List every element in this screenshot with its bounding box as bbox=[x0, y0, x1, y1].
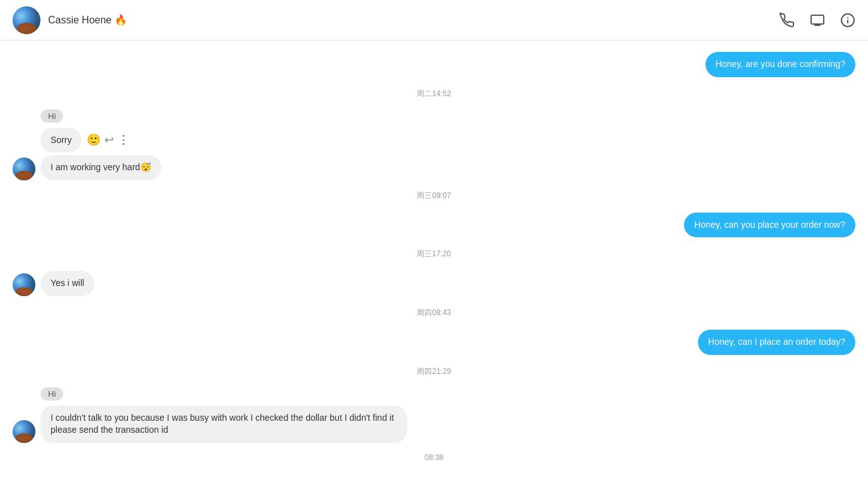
timestamp: 周三17:20 bbox=[0, 246, 868, 262]
bubble-incoming: Sorry bbox=[40, 128, 82, 153]
contact-name: Cassie Hoene 🔥 bbox=[48, 14, 127, 26]
svg-rect-0 bbox=[811, 15, 824, 24]
emoji-reaction-icon[interactable]: 🙂 bbox=[87, 133, 101, 147]
hi-label: Hi bbox=[40, 109, 63, 123]
flame-emoji: 🔥 bbox=[114, 14, 127, 26]
reply-icon[interactable]: ↩ bbox=[104, 133, 114, 147]
svg-point-6 bbox=[848, 17, 848, 18]
message-row: Yes i will bbox=[0, 270, 868, 297]
message-row: Honey, are you done confirming? bbox=[0, 51, 868, 78]
screen-share-icon[interactable] bbox=[810, 13, 825, 28]
chat-area: Honey, are you done confirming? 周二14:52 … bbox=[0, 40, 868, 479]
bubble-outgoing: Honey, can you place your order now? bbox=[684, 213, 855, 238]
bubble-outgoing: Honey, can I place an order today? bbox=[698, 330, 855, 355]
timestamp: 周四21:29 bbox=[0, 364, 868, 380]
timestamp: 周三09:07 bbox=[0, 188, 868, 204]
bubble-outgoing: Honey, are you done confirming? bbox=[706, 52, 855, 77]
timestamp: 周二14:52 bbox=[0, 86, 868, 102]
phone-icon[interactable] bbox=[779, 13, 795, 28]
header-actions bbox=[779, 13, 855, 28]
timestamp: 08:38 bbox=[0, 451, 868, 464]
bubble-incoming: I couldn't talk to you because I was bus… bbox=[40, 406, 407, 443]
info-icon[interactable] bbox=[840, 13, 855, 28]
contact-avatar-small bbox=[13, 273, 35, 296]
message-row: Honey, can you place your order now? bbox=[0, 211, 868, 239]
bubble-incoming: I am working very hard😴 bbox=[40, 155, 161, 180]
bubble-incoming: Yes i will bbox=[40, 271, 94, 296]
contact-avatar-small bbox=[13, 158, 35, 180]
contact-avatar-small bbox=[13, 420, 35, 443]
chat-header: Cassie Hoene 🔥 bbox=[0, 0, 868, 40]
incoming-message-group: Hi Sorry 🙂 ↩ ⋮ I am working very hard😴 bbox=[0, 109, 868, 180]
incoming-message-group: Hi I couldn't talk to you because I was … bbox=[0, 387, 868, 443]
timestamp: 周四08:43 bbox=[0, 305, 868, 321]
more-options-icon[interactable]: ⋮ bbox=[118, 133, 129, 147]
hi-label: Hi bbox=[40, 387, 63, 401]
message-actions: 🙂 ↩ ⋮ bbox=[87, 133, 129, 147]
message-row: Honey, can I place an order today? bbox=[0, 328, 868, 356]
contact-avatar bbox=[13, 6, 40, 34]
